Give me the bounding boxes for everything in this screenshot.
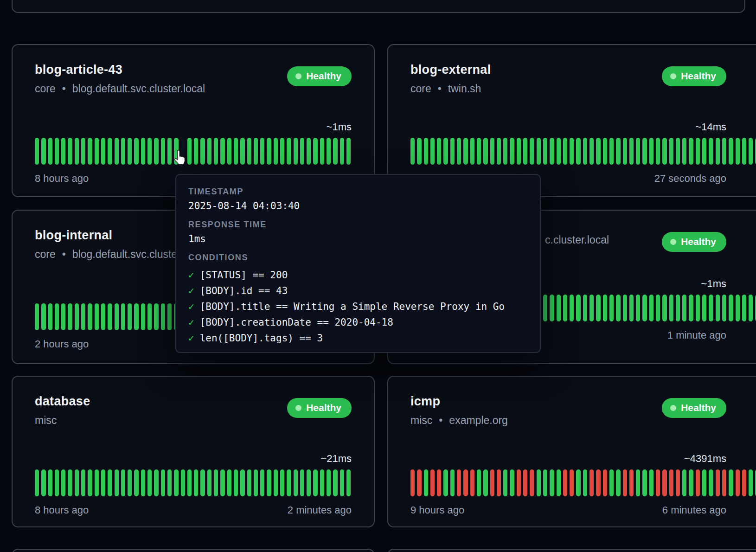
status-bar[interactable]: [583, 469, 587, 496]
status-bar[interactable]: [68, 469, 72, 496]
status-bar[interactable]: [609, 138, 614, 165]
status-bar[interactable]: [477, 469, 481, 496]
service-card-database[interactable]: database misc Healthy ~21ms 8 hours ago …: [12, 376, 375, 527]
status-bar[interactable]: [563, 295, 567, 321]
status-bar[interactable]: [682, 469, 686, 496]
status-bar[interactable]: [240, 469, 244, 496]
status-bar[interactable]: [294, 138, 298, 165]
status-bar[interactable]: [736, 138, 740, 165]
status-bar[interactable]: [676, 138, 680, 165]
status-bar[interactable]: [729, 295, 733, 321]
status-bar[interactable]: [457, 469, 461, 496]
status-bar[interactable]: [557, 295, 561, 321]
status-bar[interactable]: [709, 138, 713, 165]
status-bar[interactable]: [603, 469, 607, 496]
status-bar[interactable]: [523, 138, 527, 165]
status-bar[interactable]: [576, 295, 580, 321]
status-bar[interactable]: [483, 138, 487, 165]
status-bar[interactable]: [115, 469, 119, 496]
status-bar[interactable]: [642, 138, 647, 165]
status-bar[interactable]: [596, 295, 600, 321]
status-bar[interactable]: [702, 469, 706, 496]
status-bar[interactable]: [194, 138, 198, 165]
status-bar[interactable]: [457, 138, 461, 165]
status-bar[interactable]: [154, 138, 158, 165]
status-bar[interactable]: [583, 295, 587, 321]
status-bar[interactable]: [260, 469, 264, 496]
status-bar[interactable]: [722, 138, 726, 165]
status-bar[interactable]: [583, 138, 587, 165]
status-bar[interactable]: [115, 303, 119, 330]
status-bar[interactable]: [656, 469, 660, 496]
status-bar[interactable]: [294, 469, 298, 496]
status-bar[interactable]: [227, 469, 231, 496]
status-bar[interactable]: [307, 469, 311, 496]
status-bar[interactable]: [477, 138, 481, 165]
status-bar[interactable]: [623, 138, 627, 165]
status-bar[interactable]: [669, 138, 673, 165]
status-bar[interactable]: [689, 138, 693, 165]
status-bar[interactable]: [662, 138, 666, 165]
status-bar[interactable]: [187, 138, 192, 165]
status-bar[interactable]: [543, 295, 547, 321]
status-bar[interactable]: [134, 303, 138, 330]
status-bar[interactable]: [200, 138, 205, 165]
status-bar[interactable]: [313, 138, 317, 165]
status-bar[interactable]: [410, 138, 415, 165]
status-bar[interactable]: [75, 469, 79, 496]
status-bar[interactable]: [327, 469, 331, 496]
status-bar[interactable]: [55, 138, 59, 165]
status-bar[interactable]: [287, 469, 291, 496]
status-bar[interactable]: [510, 138, 514, 165]
status-bar[interactable]: [649, 469, 653, 496]
status-bar[interactable]: [443, 469, 448, 496]
status-bar[interactable]: [609, 469, 614, 496]
status-bar[interactable]: [682, 295, 686, 321]
status-bar[interactable]: [589, 469, 594, 496]
status-bar[interactable]: [35, 138, 39, 165]
status-bar[interactable]: [629, 138, 634, 165]
status-bar[interactable]: [523, 469, 527, 496]
status-bar[interactable]: [128, 303, 132, 330]
status-bar[interactable]: [167, 469, 172, 496]
status-bar[interactable]: [749, 295, 753, 321]
status-bar[interactable]: [576, 138, 580, 165]
status-bar[interactable]: [417, 469, 421, 496]
status-bar[interactable]: [417, 138, 421, 165]
status-bar[interactable]: [570, 295, 574, 321]
status-bar[interactable]: [616, 469, 620, 496]
status-bar[interactable]: [181, 469, 185, 496]
status-bar[interactable]: [550, 138, 554, 165]
status-bar[interactable]: [503, 138, 507, 165]
status-bar[interactable]: [300, 469, 304, 496]
status-bar[interactable]: [642, 295, 647, 321]
status-bar[interactable]: [55, 303, 59, 330]
status-bar[interactable]: [333, 469, 337, 496]
status-bar[interactable]: [35, 469, 39, 496]
status-bar[interactable]: [75, 303, 79, 330]
status-bar[interactable]: [41, 138, 45, 165]
status-bar[interactable]: [48, 469, 52, 496]
status-bar[interactable]: [333, 138, 337, 165]
status-bar[interactable]: [115, 138, 119, 165]
status-bar[interactable]: [68, 138, 72, 165]
status-bar[interactable]: [603, 138, 607, 165]
status-bar[interactable]: [629, 295, 634, 321]
status-bar[interactable]: [530, 138, 534, 165]
status-bar[interactable]: [200, 469, 205, 496]
status-bar[interactable]: [709, 295, 713, 321]
status-bar[interactable]: [41, 303, 45, 330]
status-bar[interactable]: [61, 303, 65, 330]
status-bar[interactable]: [497, 138, 501, 165]
status-bar[interactable]: [503, 469, 507, 496]
status-bar[interactable]: [88, 469, 92, 496]
status-bar[interactable]: [636, 469, 640, 496]
status-bar[interactable]: [596, 469, 600, 496]
status-bar[interactable]: [128, 138, 132, 165]
service-card-icmp[interactable]: icmp misc • example.org Healthy ~4391ms …: [387, 376, 756, 527]
status-bar[interactable]: [656, 138, 660, 165]
status-bar[interactable]: [81, 469, 85, 496]
status-bar[interactable]: [61, 469, 65, 496]
status-bar[interactable]: [247, 469, 251, 496]
status-bar[interactable]: [234, 138, 238, 165]
